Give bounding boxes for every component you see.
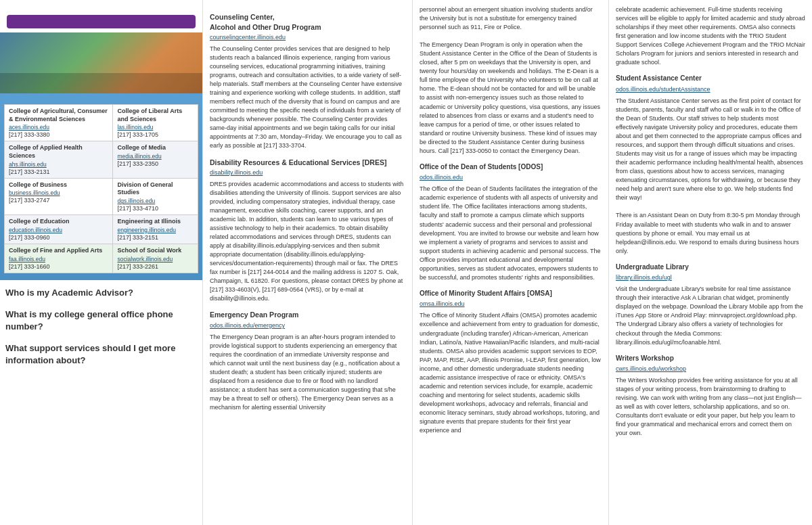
college-cell-right: College of Media media.illinois.edu [217…: [113, 141, 198, 178]
college-cell-left: College of Fine and Applied Arts faa.ill…: [5, 244, 113, 273]
college-link[interactable]: business.illinois.edu: [9, 189, 108, 196]
content-section: Office of the Dean of Students [ODOS] od…: [420, 162, 602, 282]
content-section: Counseling Center,Alcohol and Other Drug…: [210, 12, 405, 151]
college-link[interactable]: socialwork.illinois.edu: [117, 256, 194, 262]
section-body: DRES provides academic accommodations an…: [210, 180, 405, 304]
section-link[interactable]: library.illinois.edu/ugl: [616, 273, 805, 282]
college-cell-right: School of Social Work socialwork.illinoi…: [113, 244, 198, 273]
question-item: What support services should I get more …: [5, 342, 197, 367]
section-header: Writers Workshop: [616, 354, 805, 364]
college-name: College of Agricultural, Consumer & Envi…: [9, 108, 108, 123]
phone: [217] 333-1660: [9, 263, 108, 270]
college-name: College of Liberal Arts and Sciences: [117, 108, 194, 123]
section-header: Student Assistance Center: [616, 74, 805, 84]
college-link[interactable]: education.illinois.edu: [9, 227, 108, 233]
phone: [217] 333-2151: [117, 234, 194, 241]
section-header: Office of Minority Student Affairs [OMSA…: [420, 289, 602, 299]
phone: [217] 333-3380: [9, 131, 108, 138]
phone: [217] 333-0960: [9, 234, 108, 241]
college-cell-left: College of Agricultural, Consumer & Envi…: [5, 105, 113, 141]
college-name: Engineering at Illinois: [117, 218, 194, 226]
content-section: Office of Minority Student Affairs [OMSA…: [420, 289, 602, 435]
content-section: Emergency Dean Program odos.illinois.edu…: [210, 310, 405, 412]
section-body: The Writers Workshop provides free writi…: [616, 376, 805, 438]
college-link[interactable]: engineering.illinois.edu: [117, 227, 194, 233]
section-body: celebrate academic achievement. Full-tim…: [616, 5, 805, 67]
phone: [217] 333-1705: [117, 131, 194, 138]
question-item: What is my college general office phone …: [5, 309, 197, 333]
right-col1: personnel about an emergent situation in…: [413, 0, 609, 525]
section-link[interactable]: odos.illinois.edu/emergency: [210, 321, 405, 330]
section-body: The Office of the Dean of Students facil…: [420, 185, 602, 282]
table-row: College of Fine and Applied Arts faa.ill…: [5, 244, 198, 273]
contacts-table: College of Agricultural, Consumer & Envi…: [4, 104, 198, 273]
content-section: Writers Workshop cwrs.illinois.edu/works…: [616, 354, 805, 438]
college-name: School of Social Work: [117, 247, 194, 255]
section-link[interactable]: odos.illinois.edu: [420, 173, 602, 182]
section-link[interactable]: disability.illinois.edu: [210, 168, 405, 177]
question-text: What is my college general office phone …: [5, 309, 173, 332]
question-text: What support services should I get more …: [5, 343, 175, 365]
content-section: Undergraduate Library library.illinois.e…: [616, 262, 805, 347]
college-cell-right: Division of General Studies dgs.illinois…: [113, 178, 198, 214]
section-body: The Counseling Center provides services …: [210, 45, 405, 151]
content-section: personnel about an emergent situation in…: [420, 5, 602, 156]
content-section: Student Assistance Center odos.illinois.…: [616, 74, 805, 255]
help-support-banner: [7, 15, 196, 28]
section-link[interactable]: odos.illinois.edu/studentAssistance: [616, 85, 805, 94]
phone: [217] 333-2131: [9, 168, 108, 175]
college-cell-right: Engineering at Illinois engineering.illi…: [113, 215, 198, 244]
section-link[interactable]: counselingcenter.illinois.edu: [210, 33, 405, 42]
college-link[interactable]: dgs.illinois.edu: [117, 198, 194, 204]
section-header: Counseling Center,Alcohol and Other Drug…: [210, 12, 405, 32]
table-row: College of Business business.illinois.ed…: [5, 178, 198, 214]
college-name: College of Applied Health Sciences: [9, 144, 108, 160]
table-row: College of Applied Health Sciences ahs.i…: [5, 141, 198, 178]
left-panel: College of Agricultural, Consumer & Envi…: [0, 0, 203, 525]
section-header: Office of the Dean of Students [ODOS]: [420, 162, 602, 173]
college-name: College of Business: [9, 181, 108, 189]
college-name: College of Education: [9, 218, 108, 226]
college-link[interactable]: faa.illinois.edu: [9, 256, 108, 262]
bottom-questions: Who is my Academic Advisor?What is my co…: [0, 280, 202, 526]
section-header: Undergraduate Library: [616, 262, 805, 273]
college-cell-left: College of Applied Health Sciences ahs.i…: [5, 141, 113, 178]
college-cell-left: College of Education education.illinois.…: [5, 215, 113, 244]
section-body: personnel about an emergent situation in…: [420, 5, 602, 156]
college-cell-left: College of Business business.illinois.ed…: [5, 178, 113, 214]
middle-panel: Counseling Center,Alcohol and Other Drug…: [203, 0, 413, 525]
right-panel: personnel about an emergent situation in…: [413, 0, 812, 525]
college-link[interactable]: ahs.illinois.edu: [9, 161, 108, 168]
section-body: Visit the Undergraduate Library's websit…: [616, 285, 805, 346]
section-header: Disability Resources & Educational Servi…: [210, 158, 405, 168]
table-row: College of Agricultural, Consumer & Envi…: [5, 105, 198, 141]
question-text: Who is my Academic Advisor?: [5, 288, 133, 298]
section-body: The Office of Minority Student Affairs (…: [420, 311, 602, 435]
college-name: Division of General Studies: [117, 181, 194, 197]
section-link[interactable]: cwrs.illinois.edu/workshop: [616, 365, 805, 373]
college-link[interactable]: media.illinois.edu: [117, 153, 194, 160]
college-name: College of Fine and Applied Arts: [9, 247, 108, 255]
college-cell-right: College of Liberal Arts and Sciences las…: [113, 105, 198, 141]
college-contacts-section: College of Agricultural, Consumer & Envi…: [0, 93, 202, 280]
phone: [217] 333-2261: [117, 263, 194, 270]
hero-image: [0, 32, 202, 93]
college-name: College of Media: [117, 144, 194, 152]
section-link[interactable]: omsa.illinois.edu: [420, 300, 602, 309]
right-col2: celebrate academic achievement. Full-tim…: [609, 0, 812, 525]
content-section: Disability Resources & Educational Servi…: [210, 158, 405, 304]
college-link[interactable]: aces.illinois.edu: [9, 124, 108, 131]
table-row: College of Education education.illinois.…: [5, 215, 198, 244]
content-section: celebrate academic achievement. Full-tim…: [616, 5, 805, 67]
college-link[interactable]: las.illinois.edu: [117, 124, 194, 131]
phone: [217] 333-4710: [117, 205, 194, 212]
page-number: [0, 0, 202, 11]
section-header: Emergency Dean Program: [210, 310, 405, 320]
phone: [217] 333-2350: [117, 160, 194, 167]
question-item: Who is my Academic Advisor?: [5, 287, 197, 299]
section-body: The Emergency Dean program is an after-h…: [210, 333, 405, 412]
section-body: The Student Assistance Center serves as …: [616, 97, 805, 256]
phone: [217] 333-2747: [9, 197, 108, 204]
